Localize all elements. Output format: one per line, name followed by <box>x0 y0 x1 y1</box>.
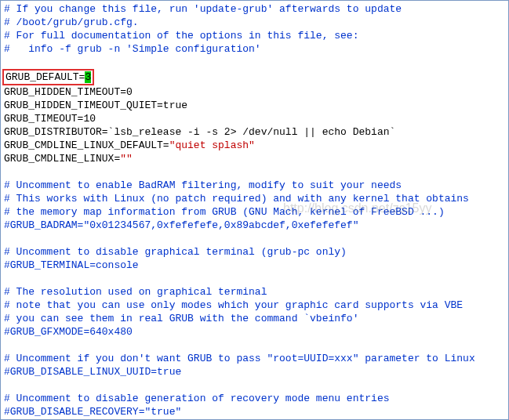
code-segment: "quiet splash" <box>169 139 255 151</box>
code-line[interactable] <box>4 272 505 285</box>
code-line[interactable]: # you can see them in real GRUB with the… <box>4 312 505 325</box>
code-segment <box>4 233 10 244</box>
code-line[interactable]: # note that you can use only modes which… <box>4 299 505 312</box>
code-segment: # the memory map information from GRUB (… <box>4 206 445 218</box>
code-segment: GRUB_CMDLINE_LINUX_DEFAULT= <box>4 139 169 151</box>
code-segment: # /boot/grub/grub.cfg. <box>4 16 139 28</box>
code-line[interactable]: # /boot/grub/grub.cfg. <box>4 16 505 29</box>
code-line[interactable]: # Uncomment if you don't want GRUB to pa… <box>4 352 505 365</box>
code-line[interactable]: GRUB_DEFAULT=3 <box>4 69 505 85</box>
code-segment: GRUB_DISTRIBUTOR=`lsb_release -i -s 2> /… <box>4 126 395 138</box>
code-line[interactable]: # Uncomment to disable generation of rec… <box>4 392 505 405</box>
code-line[interactable]: #GRUB_GFXMODE=640x480 <box>4 325 505 339</box>
code-line[interactable]: GRUB_CMDLINE_LINUX_DEFAULT="quiet splash… <box>4 139 505 152</box>
code-segment: GRUB_CMDLINE_LINUX= <box>4 153 120 165</box>
code-segment: #GRUB_BADRAM="0x01234567,0xfefefefe,0x89… <box>4 219 358 231</box>
code-line[interactable]: # the memory map information from GRUB (… <box>4 205 505 219</box>
code-line[interactable]: # info -f grub -n 'Simple configuration' <box>4 42 505 56</box>
code-line[interactable]: # The resolution used on graphical termi… <box>4 285 505 299</box>
code-segment: GRUB_TIMEOUT=10 <box>4 113 96 125</box>
code-segment: # info -f grub -n 'Simple configuration' <box>4 43 261 55</box>
code-segment: # This works with Linux (no patch requir… <box>4 193 469 205</box>
code-line[interactable]: #GRUB_TERMINAL=console <box>4 259 505 272</box>
code-segment: "" <box>120 153 133 165</box>
code-line[interactable]: # If you change this file, run 'update-g… <box>4 2 505 16</box>
code-line[interactable]: # Uncomment to disable graphical termina… <box>4 245 505 259</box>
code-line[interactable]: GRUB_HIDDEN_TIMEOUT_QUIET=true <box>4 99 505 112</box>
code-line[interactable]: GRUB_TIMEOUT=10 <box>4 112 505 125</box>
code-line[interactable] <box>4 165 505 179</box>
highlighted-setting: GRUB_DEFAULT=3 <box>2 69 94 85</box>
code-segment: GRUB_HIDDEN_TIMEOUT_QUIET=true <box>4 100 187 111</box>
code-segment <box>4 56 10 68</box>
text-editor-content[interactable]: # If you change this file, run 'update-g… <box>1 1 508 420</box>
code-segment: #GRUB_GFXMODE=640x480 <box>4 326 133 338</box>
code-line[interactable]: GRUB_DISTRIBUTOR=`lsb_release -i -s 2> /… <box>4 125 505 139</box>
code-segment <box>4 339 10 351</box>
code-segment: # For full documentation of the options … <box>4 30 358 42</box>
code-segment: # Uncomment to disable graphical termina… <box>4 246 347 258</box>
code-segment: # Uncomment if you don't want GRUB to pa… <box>4 353 475 364</box>
code-line[interactable]: #GRUB_BADRAM="0x01234567,0xfefefefe,0x89… <box>4 219 505 232</box>
code-segment: #GRUB_TERMINAL=console <box>4 259 139 271</box>
code-segment: # Uncomment to disable generation of rec… <box>4 393 389 404</box>
code-segment: # Uncomment to enable BadRAM filtering, … <box>4 179 402 191</box>
code-segment: 3 <box>85 71 91 83</box>
code-segment: # The resolution used on graphical termi… <box>4 286 267 298</box>
code-line[interactable]: GRUB_CMDLINE_LINUX="" <box>4 152 505 165</box>
code-segment: # note that you can use only modes which… <box>4 299 463 311</box>
code-segment: # you can see them in real GRUB with the… <box>4 313 358 324</box>
code-segment <box>4 379 10 391</box>
code-segment <box>4 273 10 284</box>
code-segment: GRUB_DEFAULT= <box>5 71 85 83</box>
code-line[interactable]: GRUB_HIDDEN_TIMEOUT=0 <box>4 85 505 99</box>
code-line[interactable]: # Uncomment to enable BadRAM filtering, … <box>4 179 505 192</box>
code-line[interactable] <box>4 232 505 245</box>
code-line[interactable]: # For full documentation of the options … <box>4 29 505 42</box>
code-line[interactable]: #GRUB_DISABLE_RECOVERY="true" <box>4 405 505 418</box>
code-segment <box>4 166 10 178</box>
code-segment: # If you change this file, run 'update-g… <box>4 3 402 15</box>
code-line[interactable] <box>4 56 505 69</box>
code-segment: GRUB_HIDDEN_TIMEOUT=0 <box>4 86 133 98</box>
code-segment: #GRUB_DISABLE_RECOVERY="true" <box>4 406 181 418</box>
code-line[interactable]: #GRUB_DISABLE_LINUX_UUID=true <box>4 365 505 378</box>
code-line[interactable] <box>4 378 505 392</box>
code-line[interactable]: # This works with Linux (no patch requir… <box>4 192 505 205</box>
code-line[interactable] <box>4 339 505 352</box>
code-segment: #GRUB_DISABLE_LINUX_UUID=true <box>4 366 181 378</box>
